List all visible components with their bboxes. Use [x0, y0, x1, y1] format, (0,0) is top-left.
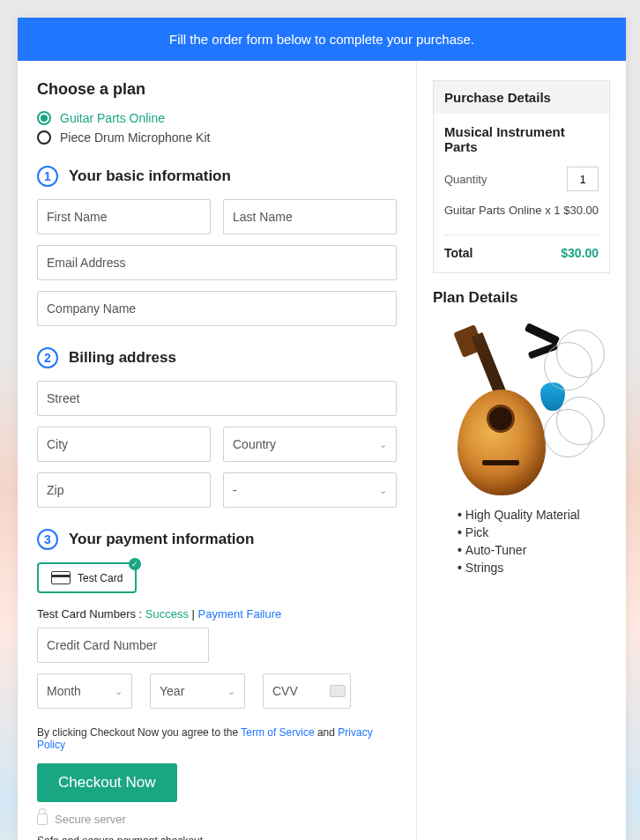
- first-name-input[interactable]: [37, 199, 211, 234]
- section-billing: 2 Billing address: [37, 347, 397, 368]
- feature-list: High Quality Material Pick Auto-Tuner St…: [433, 508, 610, 575]
- credit-card-icon: [51, 571, 71, 584]
- credit-card-icon: [330, 685, 346, 697]
- panel-title: Purchase Details: [434, 81, 609, 114]
- plan-details-title: Plan Details: [433, 289, 610, 307]
- section-basic-info: 1 Your basic information: [37, 166, 397, 187]
- summary-column: Purchase Details Musical Instrument Part…: [417, 61, 626, 840]
- chevron-down-icon: ⌄: [379, 485, 387, 496]
- safe-checkout-note: Safe and secure payment checkout.: [37, 835, 397, 840]
- test-card-helper: Test Card Numbers : Success | Payment Fa…: [37, 607, 397, 621]
- country-select[interactable]: Country ⌄: [223, 427, 397, 462]
- purchase-details-panel: Purchase Details Musical Instrument Part…: [433, 80, 610, 273]
- line-item-price: $30.00: [563, 204, 599, 217]
- plan-option-drum[interactable]: Piece Drum Microphone Kit: [37, 130, 397, 145]
- last-name-input[interactable]: [223, 199, 397, 234]
- quantity-label: Quantity: [444, 173, 487, 186]
- chevron-down-icon: ⌄: [379, 439, 387, 450]
- string-graphic: [544, 409, 592, 457]
- choose-plan-title: Choose a plan: [37, 80, 397, 99]
- secure-server-note: Secure server: [37, 813, 397, 826]
- success-link[interactable]: Success: [145, 607, 189, 621]
- lock-icon: [37, 814, 48, 825]
- product-title: Musical Instrument Parts: [444, 124, 599, 154]
- plan-option-label: Piece Drum Microphone Kit: [60, 130, 210, 145]
- street-input[interactable]: [37, 381, 397, 416]
- year-select[interactable]: Year ⌄: [150, 673, 245, 709]
- section-title: Your basic information: [69, 167, 231, 185]
- plan-option-guitar[interactable]: Guitar Parts Online: [37, 111, 397, 125]
- radio-selected-icon: [37, 111, 51, 125]
- checkout-button[interactable]: Checkout Now: [37, 763, 177, 802]
- select-label: Year: [160, 684, 184, 698]
- terms-of-service-link[interactable]: Term of Service: [241, 726, 314, 739]
- feature-item: Strings: [458, 561, 610, 575]
- product-image: [433, 319, 610, 495]
- select-label: -: [233, 483, 237, 497]
- section-payment: 3 Your payment information: [37, 529, 397, 550]
- feature-item: Auto-Tuner: [458, 543, 610, 557]
- form-column: Choose a plan Guitar Parts Online Piece …: [18, 61, 417, 840]
- city-input[interactable]: [37, 427, 211, 462]
- chevron-down-icon: ⌄: [227, 686, 235, 697]
- card-label: Test Card: [78, 572, 123, 584]
- failure-link[interactable]: Payment Failure: [198, 607, 282, 621]
- order-form-container: Fill the order form below to complete yo…: [18, 18, 626, 840]
- section-title: Billing address: [69, 349, 176, 367]
- select-label: Month: [47, 684, 81, 698]
- radio-unselected-icon: [37, 130, 51, 145]
- banner: Fill the order form below to complete yo…: [18, 18, 626, 61]
- step-number-icon: 2: [37, 347, 58, 368]
- terms-text: By clicking Checkout Now you agree to th…: [37, 726, 397, 751]
- zip-input[interactable]: [37, 472, 211, 508]
- month-select[interactable]: Month ⌄: [37, 673, 132, 709]
- company-input[interactable]: [37, 291, 397, 326]
- total-amount: $30.00: [561, 246, 599, 260]
- feature-item: High Quality Material: [458, 508, 610, 522]
- test-card-option[interactable]: Test Card ✓: [37, 562, 137, 593]
- quantity-input[interactable]: [567, 167, 599, 191]
- checkmark-icon: ✓: [129, 558, 141, 570]
- state-select[interactable]: - ⌄: [223, 472, 397, 508]
- chevron-down-icon: ⌄: [115, 686, 123, 697]
- select-label: Country: [233, 437, 276, 451]
- line-item-label: Guitar Parts Online x 1: [444, 204, 561, 217]
- total-label: Total: [444, 246, 473, 260]
- cc-number-input[interactable]: [37, 628, 209, 663]
- step-number-icon: 1: [37, 166, 58, 187]
- email-input[interactable]: [37, 245, 397, 280]
- string-graphic: [544, 342, 592, 390]
- step-number-icon: 3: [37, 529, 58, 550]
- plan-option-label: Guitar Parts Online: [60, 111, 165, 125]
- feature-item: Pick: [458, 525, 610, 539]
- section-title: Your payment information: [69, 531, 254, 548]
